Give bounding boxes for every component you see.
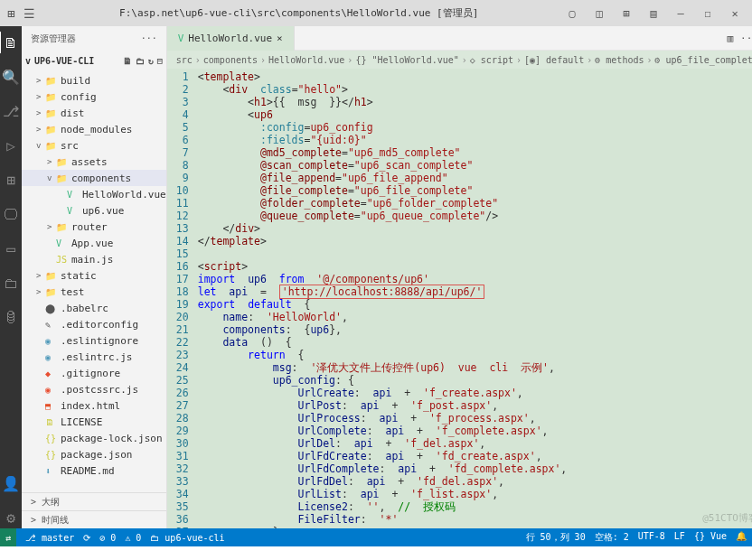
sidebar-title: 资源管理器 [31, 33, 76, 45]
tree-item[interactable]: ◆.gitignore [22, 365, 166, 381]
minimize-button[interactable]: — [671, 7, 691, 20]
explorer-icon[interactable]: 🗎 [0, 32, 21, 53]
account-icon[interactable]: 👤 [0, 472, 22, 494]
remote-icon[interactable]: 🖵 [0, 203, 22, 225]
layout2-icon[interactable]: ⊞ [616, 7, 636, 20]
close-button[interactable]: ✕ [725, 7, 745, 20]
tree-item[interactable]: Vup6.vue [22, 202, 166, 219]
tab-helloworld[interactable]: V HelloWorld.vue × [167, 26, 295, 51]
watermark: @51CTO博客 [702, 512, 752, 525]
remote-indicator[interactable]: ⇄ [0, 528, 16, 546]
tree-item[interactable]: {}package-lock.json [22, 430, 166, 446]
folder-indicator[interactable]: 🗀 up6-vue-cli [150, 533, 224, 543]
tree-item[interactable]: ◉.eslintignore [22, 332, 166, 349]
new-folder-icon[interactable]: 🗀 [136, 56, 145, 66]
explorer-sidebar: 资源管理器 ··· v UP6-VUE-CLI 🗎 🗀 ↻ ⊟ >📁build>… [22, 26, 167, 528]
activity-bar: 🗎 🔍 ⎇ ▷ ⊞ 🖵 ▭ 🗀 🛢 👤 ⚙ [0, 26, 22, 528]
tree-item[interactable]: ✎.editorconfig [22, 316, 166, 332]
tree-item[interactable]: ⬤.babelrc [22, 300, 166, 316]
editor-tabs: V HelloWorld.vue × ▥ ··· [167, 26, 752, 51]
sync-icon[interactable]: ⟳ [83, 533, 90, 543]
sidebar-more[interactable]: ··· [141, 33, 157, 43]
editor-area: V HelloWorld.vue × ▥ ··· src›components›… [167, 26, 752, 528]
titlebar: ⊞ ☰ F:\asp.net\up6-vue-cli\src\component… [0, 0, 752, 26]
code-editor[interactable]: 1 2 3 4 5 6 7 8 9 10 11 12 13 14 15 16 1… [167, 69, 752, 528]
project-name[interactable]: UP6-VUE-CLI [34, 56, 94, 66]
tree-item[interactable]: ◉.postcssrc.js [22, 381, 166, 397]
warnings-count[interactable]: ⚠ 0 [125, 533, 141, 543]
tree-item[interactable]: >📁build [22, 72, 166, 89]
outline-section[interactable]: > 大纲 [31, 496, 60, 509]
tree-item[interactable]: >📁assets [22, 154, 166, 170]
vue-icon: V [178, 33, 184, 44]
split-icon[interactable]: ▥ [727, 33, 733, 44]
close-tab-icon[interactable]: × [277, 33, 283, 44]
notifications-icon[interactable]: 🔔 [736, 531, 747, 544]
tree-item[interactable]: >📁test [22, 284, 166, 300]
source-control-icon[interactable]: ⎇ [0, 100, 22, 122]
tree-item[interactable]: VHelloWorld.vue [22, 186, 166, 202]
code-content[interactable]: <template> <div class="hello"> <h1>{{ ms… [198, 69, 752, 528]
tree-item[interactable]: ◉.eslintrc.js [22, 349, 166, 365]
errors-count[interactable]: ⊘ 0 [99, 533, 116, 543]
customize-icon[interactable]: ▤ [644, 7, 663, 20]
tree-item[interactable]: ⬒index.html [22, 397, 166, 414]
new-file-icon[interactable]: 🗎 [123, 56, 132, 66]
git-branch[interactable]: ⎇ master [25, 533, 74, 543]
language-mode[interactable]: {} Vue [694, 531, 727, 544]
tree-item[interactable]: 🗎LICENSE [22, 414, 166, 430]
tree-item[interactable]: >📁node_modules [22, 121, 166, 137]
chevron-down-icon[interactable]: v [25, 56, 34, 66]
search-icon[interactable]: 🔍 [0, 66, 22, 88]
tree-item[interactable]: >📁config [22, 89, 166, 105]
indentation[interactable]: 空格: 2 [595, 531, 629, 544]
tree-item[interactable]: >📁static [22, 267, 166, 284]
extensions-icon[interactable]: ⊞ [0, 169, 22, 191]
eol[interactable]: LF [674, 531, 685, 544]
tree-item[interactable]: >📁router [22, 219, 166, 235]
encoding[interactable]: UTF-8 [638, 531, 665, 544]
settings-icon[interactable]: ⚙ [0, 507, 22, 528]
line-gutter: 1 2 3 4 5 6 7 8 9 10 11 12 13 14 15 16 1… [167, 69, 198, 528]
breadcrumb[interactable]: src›components›HelloWorld.vue›{} "HelloW… [167, 51, 752, 69]
status-bar: ⇄ ⎇ master ⟳ ⊘ 0 ⚠ 0 🗀 up6-vue-cli 行 50，… [0, 528, 752, 546]
db-icon[interactable]: 🛢 [0, 306, 22, 328]
more-icon[interactable]: ··· [740, 33, 752, 44]
debug-icon[interactable]: ▷ [0, 135, 22, 156]
file-tree[interactable]: >📁build>📁config>📁dist>📁node_modulesv📁src… [22, 70, 166, 492]
tree-item[interactable]: VApp.vue [22, 235, 166, 251]
maximize-button[interactable]: ☐ [698, 7, 718, 20]
tree-item[interactable]: v📁components [22, 170, 166, 186]
cursor-position[interactable]: 行 50，列 30 [526, 531, 586, 544]
collapse-icon[interactable]: ⊟ [157, 56, 163, 66]
tree-item[interactable]: ⬇README.md [22, 462, 166, 479]
tree-item[interactable]: v📁src [22, 137, 166, 154]
layout-icon[interactable]: ▢ [562, 7, 582, 20]
menu-icon[interactable]: ☰ [24, 6, 35, 21]
refresh-icon[interactable]: ↻ [148, 56, 154, 66]
vscode-icon: ⊞ [7, 6, 14, 21]
timeline-section[interactable]: > 时间线 [31, 514, 69, 527]
docker-icon[interactable]: ▭ [0, 238, 22, 259]
folder-icon[interactable]: 🗀 [0, 272, 22, 294]
tree-item[interactable]: >📁dist [22, 105, 166, 121]
panel-icon[interactable]: ◫ [589, 7, 609, 20]
tree-item[interactable]: {}package.json [22, 446, 166, 462]
window-title: F:\asp.net\up6-vue-cli\src\components\He… [42, 6, 555, 20]
tree-item[interactable]: JSmain.js [22, 251, 166, 267]
